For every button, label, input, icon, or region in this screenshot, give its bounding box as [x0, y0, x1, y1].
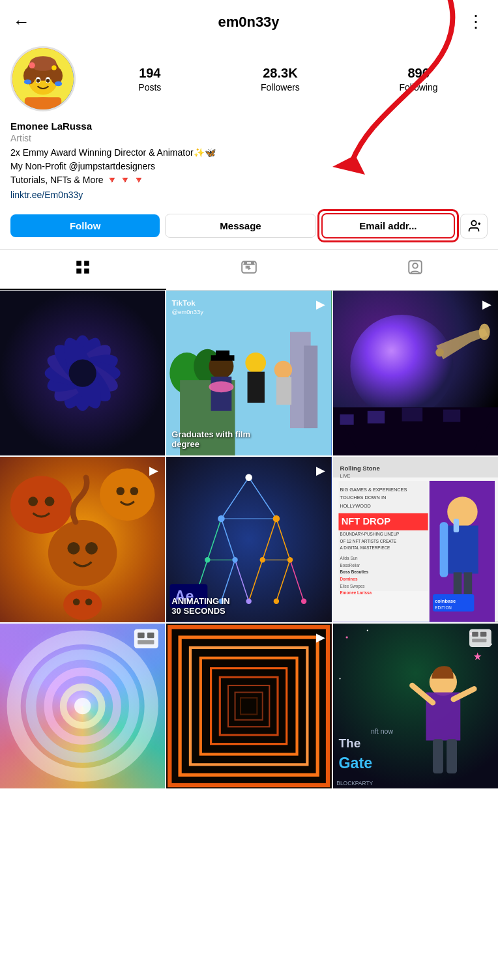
bio-line1: 2x Emmy Award Winning Director & Animato…	[10, 147, 216, 158]
svg-point-96	[218, 515, 225, 523]
grid-item-4[interactable]: ▶	[0, 457, 165, 622]
avatar[interactable]	[10, 46, 76, 111]
email-button[interactable]: Email addr...	[321, 213, 455, 238]
svg-text:HOLLYWOOD: HOLLYWOOD	[340, 503, 370, 509]
svg-point-99	[233, 557, 238, 562]
back-button[interactable]: ←	[13, 12, 30, 32]
svg-point-144	[74, 698, 91, 714]
svg-point-16	[55, 81, 62, 87]
svg-rect-63	[443, 410, 460, 422]
post-grid: TikTok @em0n33y Graduates with filmdegre…	[0, 291, 498, 788]
stats-row: 194 Posts 28.3K Followers 896 Following	[89, 66, 488, 93]
grid-label-2: Graduates with filmdegree	[171, 429, 326, 449]
tagged-icon	[407, 259, 424, 280]
more-options-button[interactable]: ⋮	[467, 12, 485, 32]
header-username: em0n33y	[218, 14, 279, 31]
svg-text:Alida Sun: Alida Sun	[340, 556, 358, 561]
svg-text:The: The	[338, 736, 360, 750]
following-label: Following	[400, 82, 438, 93]
grid-item-6[interactable]: Rolling Stone LIVE BIG GAMES & EXPERIENC…	[333, 457, 498, 622]
svg-rect-170	[433, 739, 443, 773]
svg-point-69	[45, 497, 55, 507]
svg-point-13	[46, 79, 50, 83]
svg-rect-22	[84, 261, 89, 266]
grid-item-3[interactable]: ▶	[333, 291, 498, 455]
svg-point-165	[339, 678, 340, 679]
svg-text:Gate: Gate	[338, 754, 372, 771]
svg-text:TOUCHES DOWN IN: TOUCHES DOWN IN	[340, 495, 386, 501]
svg-point-75	[85, 542, 98, 555]
play-icon-3: ▶	[482, 297, 491, 311]
action-buttons: Follow Message Email addr...	[0, 208, 498, 246]
svg-text:A DIGITAL MASTERPIECE: A DIGITAL MASTERPIECE	[340, 546, 390, 551]
bio-text: 2x Emmy Award Winning Director & Animato…	[10, 146, 488, 187]
svg-point-70	[100, 468, 154, 521]
profile-name: Emonee LaRussa	[10, 121, 488, 132]
profile-link[interactable]: linktr.ee/Em0n33y	[10, 190, 488, 200]
svg-point-74	[67, 542, 80, 555]
svg-point-65	[435, 349, 444, 357]
following-count: 896	[407, 66, 429, 81]
svg-text:BLOCKPARTY: BLOCKPARTY	[336, 780, 373, 786]
svg-point-27	[252, 262, 254, 264]
svg-text:Elise Swopes: Elise Swopes	[340, 584, 364, 589]
svg-rect-148	[138, 640, 154, 644]
stat-following[interactable]: 896 Following	[400, 66, 438, 93]
svg-rect-146	[138, 632, 145, 637]
svg-rect-49	[248, 372, 265, 403]
svg-rect-133	[453, 519, 458, 532]
svg-text:Rolling Stone: Rolling Stone	[340, 465, 379, 472]
svg-text:OF 12 NFT ARTISTS CREATE: OF 12 NFT ARTISTS CREATE	[340, 539, 396, 543]
svg-point-73	[48, 520, 117, 586]
grid-item-9[interactable]: The Gate BLOCKPARTY nft now	[333, 624, 498, 788]
tab-reels[interactable]	[166, 250, 332, 290]
svg-point-67	[10, 476, 72, 534]
svg-rect-179	[480, 631, 486, 636]
tab-tagged[interactable]	[332, 250, 498, 290]
svg-point-9	[51, 65, 57, 70]
svg-point-17	[471, 220, 476, 225]
profile-top: 194 Posts 28.3K Followers 896 Following	[10, 46, 488, 111]
app-header: ← em0n33y ⋮	[0, 0, 498, 40]
svg-point-76	[63, 590, 102, 620]
posts-count: 194	[139, 66, 160, 81]
svg-text:nft now: nft now	[371, 727, 393, 735]
grid-item-1[interactable]	[0, 291, 165, 455]
grid-item-2[interactable]: TikTok @em0n33y Graduates with filmdegre…	[166, 291, 331, 455]
svg-rect-180	[472, 639, 486, 642]
svg-text:Emonee Larissa: Emonee Larissa	[340, 590, 372, 595]
message-button[interactable]: Message	[165, 214, 315, 238]
svg-point-101	[287, 557, 293, 562]
svg-point-26	[244, 262, 246, 264]
svg-rect-177	[469, 629, 491, 646]
svg-rect-53	[216, 351, 229, 358]
svg-text:BOUNDARY-PUSHING LINEUP: BOUNDARY-PUSHING LINEUP	[340, 532, 399, 537]
svg-point-39	[69, 360, 96, 387]
profile-category: Artist	[10, 133, 488, 143]
reels-icon	[241, 259, 257, 280]
posts-label: Posts	[138, 82, 161, 93]
stat-posts[interactable]: 194 Posts	[138, 66, 161, 93]
play-icon-8: ▶	[316, 630, 325, 644]
person-add-button[interactable]	[460, 214, 488, 238]
svg-text:coinbase: coinbase	[435, 598, 456, 604]
svg-rect-60	[340, 414, 353, 425]
tab-bar	[0, 249, 498, 291]
bio-line2: My Non-Profit @jumpstartdesigners	[10, 161, 155, 171]
svg-rect-42	[304, 345, 317, 428]
svg-text:LIVE: LIVE	[340, 473, 350, 479]
svg-rect-14	[25, 97, 61, 109]
grid-item-5[interactable]: Ae ANIMATING IN30 SECONDS ▶	[166, 457, 331, 622]
follow-button[interactable]: Follow	[10, 214, 160, 237]
tab-grid[interactable]	[0, 250, 166, 290]
grid-item-7[interactable]	[0, 624, 165, 788]
svg-rect-51	[276, 377, 291, 405]
svg-rect-62	[402, 407, 422, 421]
stat-followers[interactable]: 28.3K Followers	[261, 66, 300, 93]
svg-rect-147	[147, 632, 154, 637]
grid-item-8[interactable]: ▶	[166, 624, 331, 788]
svg-text:TikTok: TikTok	[172, 298, 196, 307]
svg-text:BossRellar: BossRellar	[340, 563, 360, 568]
svg-point-130	[447, 497, 477, 527]
svg-point-8	[29, 63, 35, 68]
